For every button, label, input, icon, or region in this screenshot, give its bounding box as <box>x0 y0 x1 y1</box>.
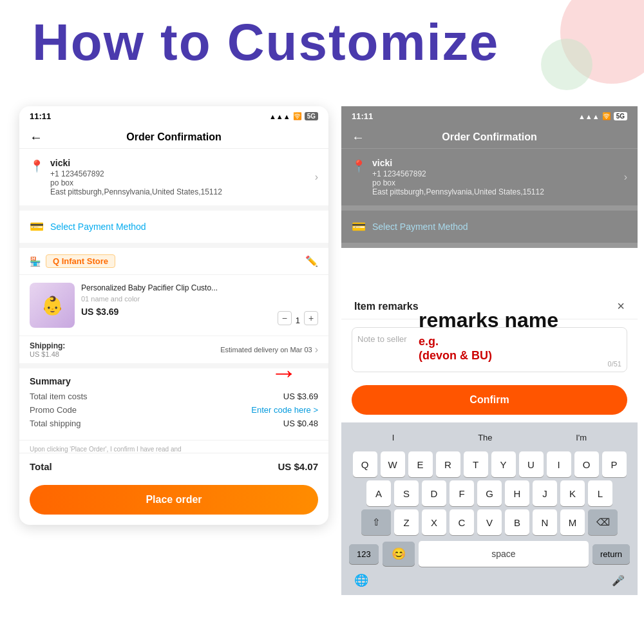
keyboard-row-3: ⇧ Z X C V B N M ⌫ <box>344 509 635 535</box>
signal-icon-right: ▲▲▲ <box>578 113 600 120</box>
qty-minus-left[interactable]: − <box>278 311 292 325</box>
key-return[interactable]: return <box>592 544 630 564</box>
suggestion-im[interactable]: I'm <box>565 430 597 445</box>
promo-val-left: Enter code here > <box>251 405 318 415</box>
network-icon-right: 5G <box>614 112 627 120</box>
bg-circle-green <box>541 39 592 90</box>
shipping-chevron-left: › <box>315 344 318 355</box>
key-d[interactable]: D <box>422 480 446 506</box>
key-n[interactable]: N <box>533 509 557 535</box>
shipping-sum-val-left: US $0.48 <box>283 419 318 428</box>
remarks-name-text: remarks name <box>419 308 558 332</box>
promo-label-left: Promo Code <box>30 405 77 415</box>
payment-label-right: Select Payment Method <box>372 222 627 232</box>
key-a[interactable]: A <box>366 480 391 506</box>
summary-item-costs-left: Total item costs US $3.69 <box>30 392 318 401</box>
product-title-left: Personalized Baby Pacifier Clip Custo... <box>81 283 271 294</box>
status-icons-left: ▲▲▲ 🛜 5G <box>269 112 318 120</box>
note-placeholder: Note to seller <box>357 334 407 344</box>
key-l[interactable]: L <box>588 480 612 506</box>
key-m[interactable]: M <box>560 509 585 535</box>
key-s[interactable]: S <box>394 480 419 506</box>
mic-icon[interactable]: 🎤 <box>612 574 625 587</box>
remarks-eg-text: e.g. <box>419 335 558 349</box>
total-amount-left: US $4.07 <box>278 461 318 472</box>
item-costs-label-left: Total item costs <box>30 392 88 401</box>
key-backspace[interactable]: ⌫ <box>588 509 618 535</box>
key-b[interactable]: B <box>505 509 529 535</box>
summary-promo-left[interactable]: Promo Code Enter code here > <box>30 405 318 415</box>
location-icon-right: 📍 <box>352 159 366 173</box>
address-phone-right: +1 1234567892 <box>372 169 618 178</box>
key-v[interactable]: V <box>477 509 502 535</box>
key-x[interactable]: X <box>422 509 446 535</box>
key-e[interactable]: E <box>408 451 433 477</box>
disclaimer-left: Upon clicking 'Place Order', I confirm I… <box>19 446 328 453</box>
header-bar-left: ← Order Confirmation <box>19 126 328 149</box>
address-info-right: vicki +1 1234567892 po box East pittsbur… <box>372 158 618 196</box>
key-q[interactable]: Q <box>353 451 377 477</box>
key-space[interactable]: space <box>419 541 589 567</box>
key-f[interactable]: F <box>450 480 474 506</box>
confirm-button[interactable]: Confirm <box>352 385 627 415</box>
key-c[interactable]: C <box>450 509 474 535</box>
qty-plus-left[interactable]: + <box>304 311 318 325</box>
place-order-button[interactable]: Place order <box>30 485 318 515</box>
edit-icon-left[interactable]: ✏️ <box>305 255 318 267</box>
payment-icon-right: 💳 <box>352 220 366 234</box>
key-emoji[interactable]: 😊 <box>383 542 415 566</box>
key-g[interactable]: G <box>477 480 502 506</box>
key-k[interactable]: K <box>560 480 585 506</box>
address-name-left: vicki <box>50 158 308 168</box>
address-section-right[interactable]: 📍 vicki +1 1234567892 po box East pittsb… <box>341 149 638 211</box>
key-z[interactable]: Z <box>394 509 419 535</box>
keyboard-row-globe: 🌐 🎤 <box>344 571 635 592</box>
key-y[interactable]: Y <box>491 451 516 477</box>
key-w[interactable]: W <box>381 451 405 477</box>
key-p[interactable]: P <box>602 451 627 477</box>
store-icon-left: 🏪 <box>30 256 41 267</box>
header-bar-right: ← Order Confirmation <box>341 126 638 149</box>
signal-icon: ▲▲▲ <box>269 113 290 120</box>
key-u[interactable]: U <box>519 451 544 477</box>
shipping-cost-left: US $1.48 <box>30 350 65 358</box>
total-label-left: Total <box>30 461 52 472</box>
keyboard-row-2: A S D F G H J K L <box>344 480 635 506</box>
modal-title: Item remarks <box>354 301 419 312</box>
keyboard-suggestions: I The I'm <box>344 426 635 449</box>
key-o[interactable]: O <box>574 451 599 477</box>
store-header-left: 🏪 Q Infant Store ✏️ <box>19 248 328 275</box>
shipping-sum-label-left: Total shipping <box>30 419 81 428</box>
globe-icon[interactable]: 🌐 <box>354 573 368 587</box>
product-variant-left: 01 name and color <box>81 295 271 303</box>
address-city-left: East pittsburgh,Pennsylvania,United Stat… <box>50 187 308 196</box>
address-phone-left: +1 1234567892 <box>50 169 308 178</box>
key-i[interactable]: I <box>547 451 571 477</box>
key-shift[interactable]: ⇧ <box>361 509 391 535</box>
product-image-left: 👶 <box>30 283 75 328</box>
back-button-left[interactable]: ← <box>30 130 43 145</box>
key-h[interactable]: H <box>505 480 529 506</box>
qty-num-left: 1 <box>296 316 300 325</box>
remarks-example-text: (devon & BU) <box>419 349 558 363</box>
product-row-left: 👶 Personalized Baby Pacifier Clip Custo.… <box>19 275 328 336</box>
suggestion-i[interactable]: I <box>382 430 405 445</box>
store-name-left[interactable]: Q Infant Store <box>46 254 115 268</box>
key-r[interactable]: R <box>436 451 460 477</box>
key-t[interactable]: T <box>464 451 488 477</box>
address-pobox-left: po box <box>50 178 308 187</box>
page-title: How to Customize <box>32 13 499 72</box>
note-counter: 0/51 <box>608 360 621 368</box>
back-button-right[interactable]: ← <box>352 130 365 145</box>
payment-section-right[interactable]: 💳 Select Payment Method <box>341 211 638 248</box>
status-bar-left: 11:11 ▲▲▲ 🛜 5G <box>19 106 328 126</box>
address-name-right: vicki <box>372 158 618 168</box>
key-123[interactable]: 123 <box>349 544 379 564</box>
modal-close-button[interactable]: × <box>617 299 625 314</box>
key-j[interactable]: J <box>533 480 557 506</box>
address-section-left[interactable]: 📍 vicki +1 1234567892 po box East pittsb… <box>19 149 328 211</box>
suggestion-the[interactable]: The <box>468 430 502 445</box>
product-info-left: Personalized Baby Pacifier Clip Custo...… <box>81 283 271 328</box>
payment-icon-left: 💳 <box>30 220 44 234</box>
payment-section-left[interactable]: 💳 Select Payment Method <box>19 211 328 248</box>
